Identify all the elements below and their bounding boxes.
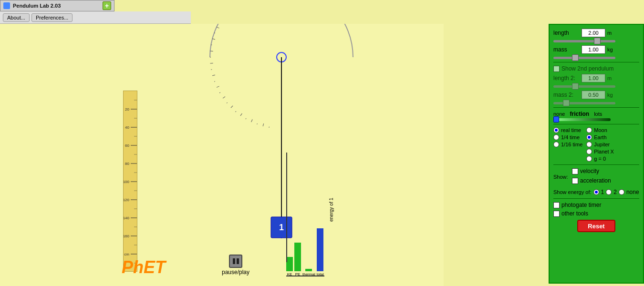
divider-5 (553, 198, 639, 199)
app-title: Pendulum Lab 2.03 (13, 3, 61, 9)
total-bar-group: total (317, 228, 324, 276)
real-time-row: real time (553, 127, 582, 133)
pause-icon (233, 258, 239, 264)
divider-3 (553, 124, 639, 124)
mass-row: mass kg (553, 45, 639, 54)
g0-label: g = 0 (594, 156, 606, 162)
svg-line-38 (219, 92, 220, 93)
svg-line-36 (227, 102, 228, 103)
length-input[interactable] (582, 29, 605, 37)
energy-none-radio[interactable] (619, 189, 624, 195)
planet-x-radio[interactable] (586, 149, 592, 154)
real-time-radio[interactable] (553, 127, 559, 133)
mass2-label: mass 2: (553, 92, 580, 98)
moon-label: Moon (594, 127, 607, 133)
velocity-label: velocity (580, 168, 599, 174)
titlebar: Pendulum Lab 2.03 + (0, 0, 114, 11)
quarter-time-radio[interactable] (553, 134, 559, 140)
sixteenth-time-radio[interactable] (553, 142, 559, 147)
mass2-unit: kg (607, 92, 613, 98)
earth-row: Earth (586, 134, 614, 140)
energy-axis-label: energy of 1 (329, 157, 334, 262)
jupiter-radio[interactable] (586, 142, 592, 147)
pe-bar (294, 243, 301, 271)
svg-line-48 (214, 33, 215, 33)
preferences-button[interactable]: Preferences... (31, 13, 73, 22)
energy-2-label: 2 (613, 189, 617, 195)
show-row: Show: velocity acceleration (553, 168, 639, 186)
earth-radio[interactable] (586, 134, 592, 140)
svg-line-40 (214, 82, 215, 82)
pe-bar-group: PE (294, 243, 301, 276)
ke-bar (286, 257, 293, 271)
energy-2-radio[interactable] (606, 189, 612, 195)
mass-slider-track (553, 57, 615, 59)
add-tab-button[interactable]: + (103, 1, 111, 10)
svg-line-39 (217, 86, 219, 88)
mass-slider-thumb[interactable] (572, 54, 579, 61)
length2-unit: m (607, 75, 612, 81)
planet-x-label: Planet X (594, 149, 614, 154)
length2-row: length 2: m (553, 74, 639, 82)
second-pendulum-section: Show 2nd pendulum length 2: m mass 2: kg (553, 65, 639, 104)
acceleration-checkbox[interactable] (572, 178, 578, 184)
energy-chart-container: energy of 1 KE PE thermal total (286, 153, 334, 286)
show-options: velocity acceleration (572, 168, 611, 186)
friction-slider-row (553, 118, 639, 121)
mass-input[interactable] (582, 45, 605, 54)
app-icon (3, 2, 10, 9)
length-slider-row (553, 40, 639, 42)
moon-radio[interactable] (586, 127, 592, 133)
length2-label: length 2: (553, 75, 580, 82)
svg-line-33 (240, 113, 242, 116)
length-slider-thumb[interactable] (594, 38, 601, 44)
other-tools-row: other tools (553, 210, 639, 217)
friction-row: none friction lots (553, 111, 639, 117)
friction-lots-label: lots (594, 111, 602, 117)
show-2nd-pendulum-checkbox[interactable] (553, 66, 560, 72)
length-slider-track (553, 40, 615, 42)
length2-slider-track (553, 85, 615, 88)
friction-label: friction (570, 111, 589, 117)
phet-logo: PhET (122, 257, 166, 277)
planet-x-row: Planet X (586, 149, 614, 154)
length2-slider-thumb[interactable] (572, 83, 579, 90)
velocity-checkbox[interactable] (572, 168, 578, 174)
svg-text:1: 1 (279, 223, 284, 232)
simulation-area: /* ruler ticks rendered below */ 20 40 6… (0, 24, 444, 286)
mass2-input[interactable] (582, 91, 605, 99)
pendulum-display: 1 (0, 24, 444, 286)
svg-line-37 (223, 97, 225, 98)
right-panel: length m mass kg Show 2nd pendulum lengt… (549, 24, 644, 284)
svg-line-32 (246, 118, 246, 119)
friction-slider-thumb[interactable] (553, 116, 559, 123)
show-energy-row: Show energy of: 1 2 none (553, 189, 639, 195)
real-time-label: real time (561, 127, 581, 133)
reset-button[interactable]: Reset (577, 220, 615, 232)
g0-radio[interactable] (586, 156, 592, 162)
svg-line-31 (251, 120, 253, 122)
other-tools-checkbox[interactable] (553, 211, 560, 217)
length2-input[interactable] (582, 74, 605, 82)
quarter-time-row: 1/4 time (553, 134, 582, 140)
divider-2 (553, 107, 639, 108)
jupiter-row: Jupiter (586, 142, 614, 147)
svg-line-47 (212, 39, 215, 40)
earth-label: Earth (594, 134, 606, 140)
other-tools-label: other tools (561, 210, 588, 217)
photogate-row: photogate timer (553, 202, 639, 208)
svg-line-30 (257, 123, 258, 124)
mass-unit: kg (607, 47, 613, 52)
acceleration-row: acceleration (572, 177, 611, 184)
mass2-slider-track (553, 102, 615, 104)
length-row: length m (553, 29, 639, 37)
energy-1-radio[interactable] (593, 189, 599, 195)
svg-line-43 (210, 63, 213, 64)
energy-options: 1 2 none (593, 189, 639, 195)
about-button[interactable]: About... (3, 13, 30, 22)
photogate-checkbox[interactable] (553, 202, 560, 208)
energy-axis-line (286, 153, 287, 262)
energy-bars: KE PE thermal total (286, 167, 324, 276)
mass2-slider-thumb[interactable] (563, 100, 570, 106)
pauseplay-button[interactable] (229, 255, 242, 268)
